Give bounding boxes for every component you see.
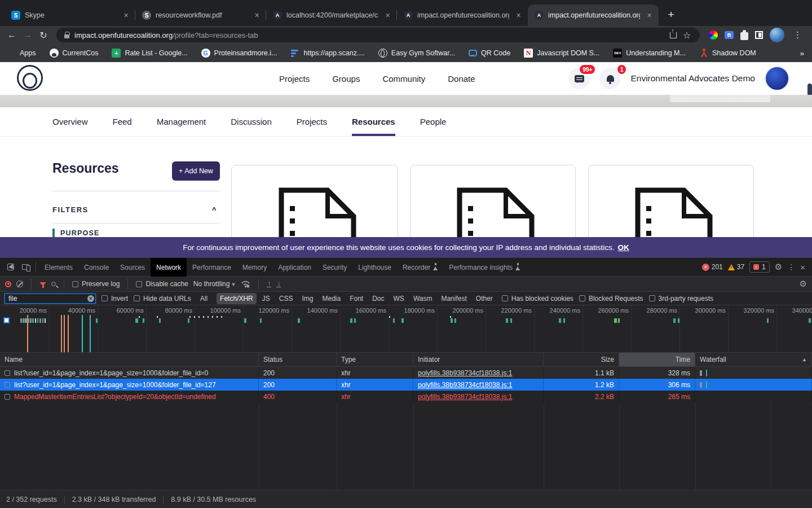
browser-menu-icon[interactable]: ⋮ (791, 30, 804, 40)
devtools-settings-icon[interactable]: ⚙ (775, 262, 782, 272)
issues-counter[interactable]: !1 (749, 261, 770, 273)
column-size[interactable]: Size (544, 353, 619, 366)
third-party-requests-checkbox[interactable]: 3rd-party requests (649, 295, 713, 303)
filter-input[interactable] (5, 294, 96, 304)
devtools-tab-recorder[interactable]: Recorder (397, 258, 443, 277)
bookmark-apps[interactable]: Apps (8, 49, 36, 57)
has-blocked-cookies-checkbox[interactable]: Has blocked cookies (502, 295, 573, 303)
devtools-close-icon[interactable]: × (800, 262, 805, 272)
row-checkbox[interactable] (5, 370, 10, 376)
tab-close-icon[interactable]: × (252, 11, 262, 20)
preserve-log-checkbox[interactable]: Preserve log (72, 280, 120, 288)
device-toolbar-icon[interactable] (18, 260, 33, 274)
bookmark-proteinsandmore-i[interactable]: GProteinsandmore.i... (201, 49, 277, 58)
tag-extension-icon[interactable]: B (725, 31, 734, 39)
error-counter[interactable]: ×201 (702, 263, 723, 271)
browser-tab-1[interactable]: SSkype× (5, 5, 135, 26)
tab-overview[interactable]: Overview (52, 107, 88, 136)
tab-discussion[interactable]: Discussion (231, 107, 272, 136)
nav-groups[interactable]: Groups (332, 74, 360, 84)
inspect-element-icon[interactable] (3, 260, 18, 274)
bookmark-currentcos[interactable]: CurrentCos (50, 49, 99, 58)
filter-type-doc[interactable]: Doc (369, 293, 387, 304)
devtools-tab-lighthouse[interactable]: Lighthouse (352, 258, 397, 277)
filter-funnel-icon[interactable] (39, 282, 46, 289)
bookmark-qr-code[interactable]: QR Code (469, 49, 510, 57)
notifications-button[interactable]: 1 (599, 68, 621, 89)
devtools-tab-elements[interactable]: Elements (39, 258, 78, 277)
address-bar[interactable]: impact.openfuturecoalition.org/profile?t… (56, 28, 700, 42)
tab-close-icon[interactable]: × (383, 11, 392, 20)
column-type[interactable]: Type (337, 353, 413, 366)
devtools-tab-network[interactable]: Network (151, 258, 187, 277)
search-icon[interactable] (51, 282, 56, 286)
tab-close-icon[interactable]: × (121, 11, 131, 20)
filter-type-js[interactable]: JS (259, 293, 273, 304)
devtools-tab-performance[interactable]: Performance (187, 258, 237, 277)
reader-extension-icon[interactable] (755, 31, 763, 39)
record-icon[interactable] (5, 281, 11, 287)
filter-type-other[interactable]: Other (473, 293, 496, 304)
forward-icon[interactable]: → (20, 28, 35, 42)
filter-type-all[interactable]: All (197, 293, 211, 304)
import-har-icon[interactable]: ↑ (267, 281, 271, 287)
network-settings-icon[interactable]: ⚙ (800, 279, 807, 289)
share-icon[interactable] (670, 32, 677, 38)
devtools-tab-performance-insights[interactable]: Performance insights (443, 258, 526, 277)
browser-profile-avatar[interactable] (770, 28, 784, 42)
network-request-row[interactable]: MappedMasterItemEntriesList?objectypeId=… (0, 391, 812, 402)
devtools-tab-memory[interactable]: Memory (237, 258, 272, 277)
purpose-filter-group[interactable]: PURPOSE (52, 229, 100, 238)
row-checkbox[interactable] (5, 394, 10, 400)
invert-checkbox[interactable]: Invert (102, 295, 128, 303)
bookmark-shadow-dom[interactable]: Shadow DOM (699, 49, 756, 58)
devtools-tab-application[interactable]: Application (272, 258, 317, 277)
tab-people[interactable]: People (420, 107, 447, 136)
tab-feed[interactable]: Feed (113, 107, 132, 136)
devtools-tab-console[interactable]: Console (78, 258, 114, 277)
bookmark-star-icon[interactable]: ☆ (683, 30, 691, 41)
column-initiator[interactable]: Initiator (413, 353, 544, 366)
export-har-icon[interactable]: ↓ (276, 281, 281, 287)
cookie-ok-link[interactable]: OK (617, 243, 629, 252)
filter-type-font[interactable]: Font (346, 293, 367, 304)
hide-data-urls-checkbox[interactable]: Hide data URLs (134, 295, 191, 303)
row-checkbox[interactable] (5, 382, 10, 388)
disable-cache-checkbox[interactable]: Disable cache (136, 280, 188, 288)
browser-tab-3[interactable]: Alocalhost:4200/marketplace/ca× (266, 5, 397, 26)
site-logo[interactable] (17, 65, 43, 91)
devtools-tab-security[interactable]: Security (317, 258, 352, 277)
filter-type-ws[interactable]: WS (390, 293, 408, 304)
filter-type-css[interactable]: CSS (276, 293, 297, 304)
clear-filter-icon[interactable]: ✕ (87, 295, 94, 302)
extensions-puzzle-icon[interactable] (740, 32, 748, 40)
bookmark-easy-gym-softwar[interactable]: Easy Gym Softwar... (378, 49, 455, 58)
throttling-select[interactable]: No throttling▼ (193, 280, 236, 288)
tab-close-icon[interactable]: × (514, 11, 523, 20)
filter-type-manifest[interactable]: Manifest (438, 293, 470, 304)
initiator-link[interactable]: polyfills.38b938734cf18038.js:1 (418, 381, 512, 389)
bookmark-understanding-m[interactable]: DEVUnderstanding M... (613, 49, 686, 58)
nav-community[interactable]: Community (382, 74, 425, 84)
add-new-button[interactable]: + Add New (172, 161, 220, 181)
filter-type-media[interactable]: Media (319, 293, 344, 304)
network-conditions-icon[interactable] (241, 280, 250, 288)
nav-donate[interactable]: Donate (448, 74, 475, 84)
devtools-tab-sources[interactable]: Sources (114, 258, 151, 277)
bookmarks-overflow-icon[interactable]: » (800, 49, 804, 58)
browser-tab-5[interactable]: Aimpact.openfuturecoalition.org× (528, 5, 659, 26)
tab-close-icon[interactable]: × (645, 11, 654, 20)
tab-resources[interactable]: Resources (352, 107, 395, 136)
warning-counter[interactable]: 37 (728, 263, 744, 271)
bookmark-rate-list-google[interactable]: Rate List - Google... (112, 49, 187, 58)
column-time[interactable]: Time (619, 353, 695, 366)
network-request-row[interactable]: list?user_id=1&page_index=1&page_size=10… (0, 379, 812, 391)
initiator-link[interactable]: polyfills.38b938734cf18038.js:1 (418, 393, 512, 401)
filter-type-wasm[interactable]: Wasm (410, 293, 436, 304)
devtools-menu-icon[interactable]: ⋮ (787, 262, 795, 271)
filter-type-fetch-xhr[interactable]: Fetch/XHR (217, 293, 257, 304)
browser-tab-4[interactable]: Aimpact.openfuturecoalition.org× (397, 5, 528, 26)
messages-button[interactable]: 99+ (568, 68, 590, 89)
tab-management[interactable]: Management (157, 107, 206, 136)
bookmark-javascript-dom-s[interactable]: NJavascript DOM S... (524, 49, 599, 58)
